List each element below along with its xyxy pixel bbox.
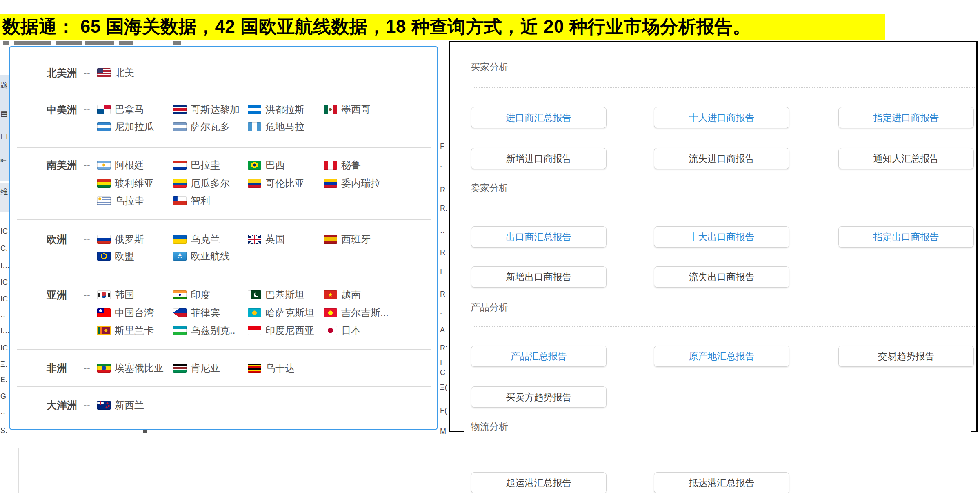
country-item-guatemala[interactable]: 危地马拉 — [248, 120, 304, 133]
country-item-ethiopia[interactable]: 埃塞俄比亚 — [97, 361, 164, 375]
country-label: 哥斯达黎加 — [191, 103, 240, 116]
country-item-argentina[interactable]: 阿根廷 — [97, 158, 144, 172]
country-item-india[interactable]: 印度 — [173, 288, 210, 301]
country-label: 欧亚航线 — [191, 250, 230, 263]
country-item-uruguay[interactable]: 乌拉圭 — [97, 194, 144, 207]
country-item-pakistan[interactable]: 巴基斯坦 — [248, 288, 304, 301]
country-label: 巴拿马 — [115, 103, 144, 116]
section-dashed-divider — [471, 326, 978, 327]
country-item-taiwan[interactable]: 中国台湾 — [97, 306, 154, 319]
kenya-flag-icon — [173, 364, 187, 373]
uganda-flag-icon — [248, 364, 261, 373]
country-label: 玻利维亚 — [115, 177, 154, 190]
country-item-ecuador[interactable]: 厄瓜多尔 — [173, 177, 230, 190]
country-label: 新西兰 — [115, 399, 144, 412]
country-item-vietnam[interactable]: 越南 — [324, 288, 361, 301]
country-item-colombia[interactable]: 哥伦比亚 — [248, 177, 304, 190]
spain-flag-icon — [324, 235, 337, 244]
taiwan-flag-icon — [97, 308, 111, 317]
report-button[interactable]: 起运港汇总报告 — [471, 472, 607, 493]
country-label: 厄瓜多尔 — [191, 177, 230, 190]
country-label: 哥伦比亚 — [265, 177, 304, 190]
continent-separator: -- — [84, 103, 91, 116]
report-button[interactable]: 原产地汇总报告 — [654, 346, 789, 367]
annotation-box-right-edge — [976, 41, 978, 432]
report-button[interactable]: 进口商汇总报告 — [471, 107, 607, 128]
country-item-ukraine[interactable]: 乌克兰 — [173, 233, 220, 246]
country-item-spain[interactable]: 西班牙 — [324, 233, 371, 246]
country-label: 巴西 — [265, 158, 285, 172]
report-button[interactable]: 十大出口商报告 — [654, 226, 789, 248]
continent-divider — [17, 349, 431, 350]
annotation-box-top-edge — [449, 41, 978, 42]
country-label: 中国台湾 — [115, 306, 154, 319]
section-title: 产品分析 — [471, 301, 508, 313]
country-item-bolivia[interactable]: 玻利维亚 — [97, 177, 154, 190]
country-item-panama[interactable]: 巴拿马 — [97, 103, 144, 116]
peru-flag-icon — [324, 161, 337, 170]
india-flag-icon — [173, 290, 187, 299]
country-label: 乌拉圭 — [115, 194, 144, 207]
russia-flag-icon — [97, 235, 111, 244]
report-button[interactable]: 指定进口商报告 — [838, 107, 974, 128]
country-label: 菲律宾 — [191, 306, 220, 319]
country-label: 西班牙 — [341, 233, 371, 246]
report-button[interactable]: 流失出口商报告 — [654, 266, 789, 288]
kazakhstan-flag-icon — [248, 308, 261, 317]
country-item-nicaragua[interactable]: 尼加拉瓜 — [97, 120, 154, 133]
country-item-eurasia[interactable]: 欧亚航线 — [173, 250, 230, 263]
country-item-japan[interactable]: 日本 — [324, 324, 361, 337]
report-button[interactable]: 指定出口商报告 — [838, 226, 974, 248]
country-item-kenya[interactable]: 肯尼亚 — [173, 361, 220, 375]
country-item-honduras[interactable]: 洪都拉斯 — [248, 103, 304, 116]
country-item-chile[interactable]: 智利 — [173, 194, 210, 207]
country-item-costarica[interactable]: 哥斯达黎加 — [173, 103, 240, 116]
country-item-kyrgyzstan[interactable]: 吉尔吉斯... — [324, 306, 389, 319]
paraguay-flag-icon — [173, 161, 187, 170]
chile-flag-icon — [173, 196, 187, 205]
ukraine-flag-icon — [173, 235, 187, 244]
country-item-russia[interactable]: 俄罗斯 — [97, 233, 144, 246]
report-button[interactable]: 十大进口商报告 — [654, 107, 789, 128]
report-button[interactable]: 抵达港汇总报告 — [654, 472, 789, 493]
country-item-paraguay[interactable]: 巴拉圭 — [173, 158, 220, 172]
continent-divider — [17, 91, 431, 91]
country-item-uzbekistan[interactable]: 乌兹别克.. — [173, 324, 235, 337]
report-button[interactable]: 通知人汇总报告 — [838, 148, 974, 169]
report-button[interactable]: 新增出口商报告 — [471, 266, 607, 288]
report-button[interactable]: 新增进口商报告 — [471, 148, 607, 169]
country-item-indonesia[interactable]: 印度尼西亚 — [248, 324, 314, 337]
country-item-uk[interactable]: 英国 — [248, 233, 285, 246]
country-item-newzealand[interactable]: 新西兰 — [97, 399, 144, 412]
country-label: 萨尔瓦多 — [191, 120, 230, 133]
report-button[interactable]: 出口商汇总报告 — [471, 226, 607, 248]
country-item-peru[interactable]: 秘鲁 — [324, 158, 361, 172]
country-item-philippines[interactable]: 菲律宾 — [173, 306, 220, 319]
country-item-mexico[interactable]: 墨西哥 — [324, 103, 371, 116]
country-item-us[interactable]: 北美 — [97, 66, 134, 79]
country-item-kazakhstan[interactable]: 哈萨克斯坦 — [248, 306, 314, 319]
country-item-korea[interactable]: 韩国 — [97, 288, 134, 301]
continent-divider — [17, 277, 431, 277]
elsalvador-flag-icon — [173, 122, 187, 131]
country-item-srilanka[interactable]: 斯里兰卡 — [97, 324, 154, 337]
country-label: 智利 — [191, 194, 210, 207]
section-dashed-divider — [471, 207, 978, 207]
report-button[interactable]: 产品汇总报告 — [471, 346, 607, 367]
uk-flag-icon — [248, 235, 261, 244]
report-button[interactable]: 流失进口商报告 — [654, 148, 789, 169]
panama-flag-icon — [97, 105, 111, 114]
country-item-venezuela[interactable]: 委内瑞拉 — [324, 177, 380, 190]
country-item-uganda[interactable]: 乌干达 — [248, 361, 295, 375]
country-label: 乌干达 — [265, 361, 295, 375]
argentina-flag-icon — [97, 161, 111, 170]
brazil-flag-icon — [248, 161, 261, 170]
honduras-flag-icon — [248, 105, 261, 114]
uruguay-flag-icon — [97, 196, 111, 205]
report-button[interactable]: 交易趋势报告 — [838, 346, 974, 367]
headline-banner: 数据通： 65 国海关数据，42 国欧亚航线数据，18 种查询方式，近 20 种… — [0, 14, 885, 40]
report-button[interactable]: 买卖方趋势报告 — [471, 386, 607, 408]
country-item-brazil[interactable]: 巴西 — [248, 158, 285, 172]
country-item-eu[interactable]: 欧盟 — [97, 250, 134, 263]
country-item-elsalvador[interactable]: 萨尔瓦多 — [173, 120, 230, 133]
